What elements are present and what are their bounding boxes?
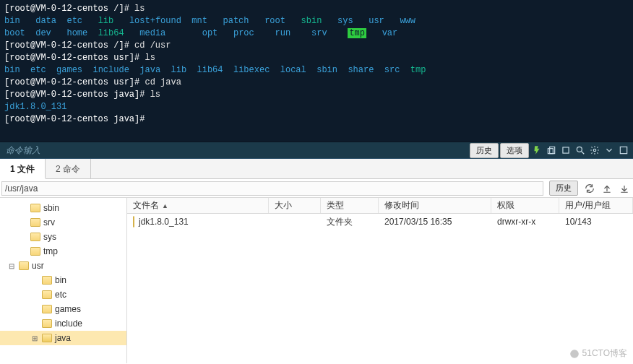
tree-label: bin xyxy=(55,275,66,285)
svg-rect-2 xyxy=(563,147,569,153)
tree-node-etc[interactable]: etc xyxy=(0,287,126,302)
col-size[interactable]: 大小 xyxy=(269,198,321,213)
options-button[interactable]: 选项 xyxy=(500,143,529,158)
svg-rect-0 xyxy=(550,147,555,153)
col-type[interactable]: 类型 xyxy=(321,198,379,213)
col-perm[interactable]: 权限 xyxy=(491,198,559,213)
window-icon[interactable] xyxy=(617,144,630,157)
history-button[interactable]: 历史 xyxy=(470,143,499,158)
chevron-down-icon[interactable] xyxy=(603,144,616,157)
upload-icon[interactable] xyxy=(601,183,613,194)
file-list: 文件名▲ 大小 类型 修改时间 权限 用户/用户组 jdk1.8.0_131文件… xyxy=(127,198,633,363)
refresh-icon[interactable] xyxy=(584,183,595,194)
path-history-button[interactable]: 历史 xyxy=(549,181,578,196)
search-icon[interactable] xyxy=(574,144,587,157)
tab-commands[interactable]: 2 命令 xyxy=(46,159,91,178)
tree-node-java[interactable]: ⊞java xyxy=(0,331,126,345)
tree-label: usr xyxy=(32,261,44,271)
folder-icon xyxy=(42,305,52,313)
tree-node-games[interactable]: games xyxy=(0,302,126,316)
table-row[interactable]: jdk1.8.0_131文件夹2017/03/15 16:35drwxr-xr-… xyxy=(127,214,633,230)
folder-icon xyxy=(42,319,52,328)
tree-toggle-icon[interactable]: ⊟ xyxy=(7,262,16,270)
tree-node-sbin[interactable]: sbin xyxy=(0,201,126,215)
watermark: 51CTO博客 xyxy=(569,347,627,360)
path-bar: /usr/java 历史 xyxy=(0,179,633,198)
tree-label: sys xyxy=(43,232,56,242)
svg-point-5 xyxy=(593,149,596,152)
folder-icon xyxy=(30,233,40,241)
bolt-icon xyxy=(530,144,543,157)
tree-node-srv[interactable]: srv xyxy=(0,215,126,230)
folder-icon xyxy=(19,261,29,270)
sort-asc-icon: ▲ xyxy=(162,202,168,209)
svg-rect-1 xyxy=(548,149,553,154)
folder-icon xyxy=(133,216,134,228)
folder-icon xyxy=(30,204,40,212)
folder-icon xyxy=(42,334,52,342)
col-name[interactable]: 文件名▲ xyxy=(127,198,269,213)
path-input[interactable]: /usr/java xyxy=(1,181,543,196)
command-bar: 命令输入 历史 选项 xyxy=(0,142,633,159)
tree-label: sbin xyxy=(43,203,59,213)
tree-label: include xyxy=(55,318,82,329)
folder-icon xyxy=(42,290,52,299)
tree-label: etc xyxy=(55,290,66,300)
tree-node-bin[interactable]: bin xyxy=(0,273,126,287)
svg-point-7 xyxy=(570,350,579,358)
svg-point-3 xyxy=(577,147,582,152)
tree-node-sys[interactable]: sys xyxy=(0,230,126,244)
clipboard-icon[interactable] xyxy=(545,144,558,157)
svg-rect-6 xyxy=(620,147,626,153)
file-header: 文件名▲ 大小 类型 修改时间 权限 用户/用户组 xyxy=(127,198,633,214)
folder-icon xyxy=(30,247,40,256)
tree-label: java xyxy=(55,333,71,343)
col-owner[interactable]: 用户/用户组 xyxy=(559,198,633,213)
copy-icon[interactable] xyxy=(559,144,572,157)
folder-tree[interactable]: sbinsrvsystmp⊟usrbinetcgamesinclude⊞java xyxy=(0,198,127,363)
terminal-pane[interactable]: [root@VM-0-12-centos /]# lsbin data etc … xyxy=(0,0,633,142)
folder-icon xyxy=(30,218,40,227)
tree-node-tmp[interactable]: tmp xyxy=(0,244,126,259)
tree-label: games xyxy=(55,304,81,314)
command-input[interactable]: 命令输入 xyxy=(0,144,470,157)
download-icon[interactable] xyxy=(619,183,630,194)
col-mtime[interactable]: 修改时间 xyxy=(379,198,491,213)
tree-toggle-icon[interactable]: ⊞ xyxy=(30,334,39,342)
tree-label: tmp xyxy=(43,246,58,256)
file-browser: sbinsrvsystmp⊟usrbinetcgamesinclude⊞java… xyxy=(0,198,633,363)
tree-node-usr[interactable]: ⊟usr xyxy=(0,259,126,273)
svg-line-4 xyxy=(582,152,585,155)
tree-label: srv xyxy=(43,217,55,228)
panel-tabs: 1 文件 2 命令 xyxy=(0,159,633,179)
folder-icon xyxy=(42,276,52,285)
tab-files[interactable]: 1 文件 xyxy=(0,159,46,179)
tree-node-include[interactable]: include xyxy=(0,316,126,331)
gear-icon[interactable] xyxy=(588,144,601,157)
